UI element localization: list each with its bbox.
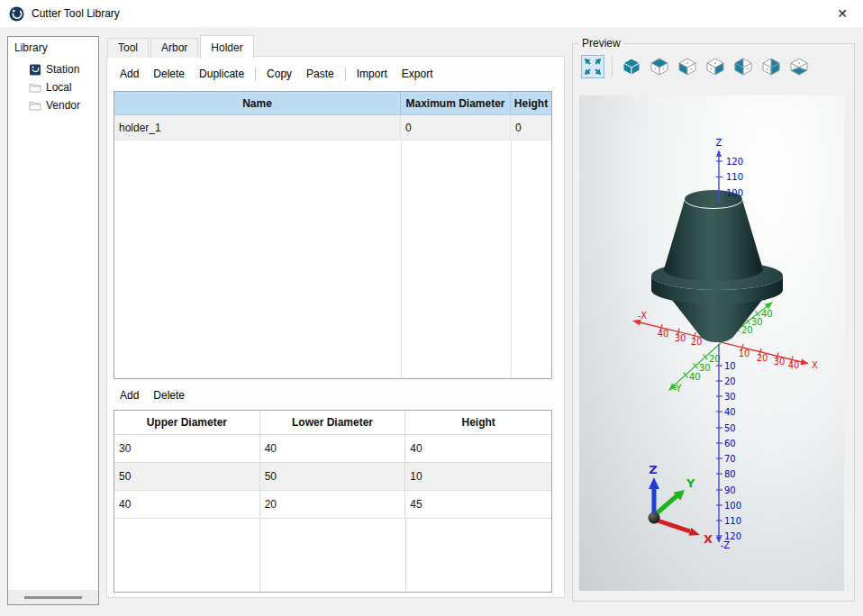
- column-header[interactable]: Height: [511, 92, 551, 114]
- column-header[interactable]: Maximum Diameter: [401, 92, 511, 114]
- library-item-local[interactable]: Local: [8, 78, 98, 96]
- station-logo-icon: [29, 64, 41, 76]
- table-cell[interactable]: 0: [511, 115, 551, 140]
- copy-button[interactable]: Copy: [259, 65, 299, 83]
- import-button[interactable]: Import: [350, 65, 395, 83]
- table-cell[interactable]: 40: [114, 491, 260, 518]
- axis-tick-label: 30: [699, 363, 711, 373]
- column-header[interactable]: Lower Diameter: [260, 411, 406, 434]
- preview-groupbox-label: Preview: [578, 37, 624, 50]
- table-row[interactable]: 304040: [114, 435, 551, 463]
- delete-button[interactable]: Delete: [146, 386, 192, 404]
- library-panel-title: Library: [8, 37, 98, 57]
- axis-tick-label: 110: [726, 172, 743, 182]
- column-header[interactable]: Name: [114, 92, 401, 114]
- holder-tab-pane: AddDeleteDuplicateCopyPasteImportExport …: [106, 56, 565, 598]
- table-cell[interactable]: 0: [401, 115, 511, 140]
- axis-tick-label: 70: [724, 454, 736, 464]
- column-separator: [259, 519, 260, 592]
- top-view-button[interactable]: [648, 55, 671, 78]
- column-separator: [401, 140, 402, 378]
- axis-tick-label: 120: [726, 157, 743, 167]
- table-cell[interactable]: 40: [405, 435, 551, 462]
- table-cell[interactable]: 45: [405, 491, 551, 518]
- column-header[interactable]: Height: [405, 411, 551, 434]
- column-separator: [511, 140, 512, 378]
- axis-tick-label: 40: [788, 360, 800, 370]
- axis-tick-label: 20: [691, 337, 703, 347]
- tab-tool[interactable]: Tool: [107, 38, 149, 58]
- delete-button[interactable]: Delete: [146, 65, 192, 83]
- preview-groupbox: Preview: [572, 43, 855, 602]
- axis-tick-label: 50: [724, 423, 736, 433]
- axis-tick-label: 40: [724, 407, 736, 417]
- table-row[interactable]: 505010: [114, 463, 551, 491]
- axis-tick-label: 80: [724, 469, 736, 479]
- tab-holder[interactable]: Holder: [200, 35, 253, 59]
- axis-tick-label: 100: [726, 188, 743, 198]
- orientation-triad: Z Y X: [649, 463, 713, 546]
- table-cell[interactable]: holder_1: [114, 115, 401, 140]
- axis-tick-label: 30: [724, 392, 736, 402]
- front-view-icon: [677, 56, 698, 77]
- table-cell[interactable]: 10: [405, 463, 551, 490]
- paste-button[interactable]: Paste: [299, 65, 341, 83]
- size-grip-area: [8, 590, 98, 604]
- axis-tick-label: 40: [761, 309, 773, 319]
- axis-tick-label: 30: [774, 357, 786, 367]
- fit-view-button[interactable]: [581, 55, 604, 78]
- top-view-icon: [649, 56, 670, 77]
- window-title: Cutter Tool Library: [32, 7, 120, 20]
- column-header[interactable]: Upper Diameter: [114, 411, 260, 434]
- axis-tick-label: 90: [724, 485, 736, 495]
- table-cell[interactable]: 20: [260, 491, 406, 518]
- library-item-station[interactable]: Station: [8, 60, 98, 78]
- isometric-view-icon: [621, 56, 642, 77]
- axis-tick-label: 10: [739, 349, 750, 358]
- table-empty-area: [114, 140, 551, 378]
- add-button[interactable]: Add: [113, 386, 146, 404]
- size-grip[interactable]: [24, 596, 82, 599]
- isometric-view-button[interactable]: [620, 55, 643, 78]
- holder-table: NameMaximum DiameterHeightholder_100: [114, 91, 552, 379]
- segment-toolbar: AddDelete: [113, 386, 192, 404]
- preview-3d-scene: 10203040203040-XX 203040203040Y-Y 100110…: [579, 95, 844, 591]
- axis-tick-label: 40: [689, 372, 701, 382]
- tab-bar: ToolArborHolder: [107, 38, 256, 61]
- cutter-tool-library-window: Cutter Tool Library ✕ Library StationLoc…: [0, 0, 863, 616]
- library-panel: Library StationLocalVendor: [7, 36, 99, 605]
- axis-tick-label: 20: [724, 376, 736, 386]
- holder-3d-model: [651, 190, 783, 342]
- front-view-button[interactable]: [676, 55, 699, 78]
- folder-icon: [29, 100, 41, 112]
- table-empty-area: [114, 519, 551, 592]
- table-cell[interactable]: 30: [114, 435, 260, 462]
- triad-x-label: X: [704, 532, 713, 546]
- table-cell[interactable]: 40: [260, 435, 406, 462]
- axis-tick-label: 120: [724, 531, 741, 541]
- axis-tick-label: -Z: [721, 540, 731, 550]
- add-button[interactable]: Add: [113, 65, 146, 83]
- library-item-vendor[interactable]: Vendor: [8, 96, 98, 114]
- back-view-button[interactable]: [759, 55, 783, 78]
- bottom-view-button[interactable]: [787, 55, 811, 78]
- column-separator: [405, 519, 406, 592]
- preview-viewport[interactable]: 10203040203040-XX 203040203040Y-Y 100110…: [579, 95, 844, 591]
- left-view-button[interactable]: [731, 55, 755, 78]
- export-button[interactable]: Export: [395, 65, 441, 83]
- table-cell[interactable]: 50: [114, 463, 260, 490]
- right-view-button[interactable]: [704, 55, 727, 78]
- table-row[interactable]: holder_100: [114, 115, 551, 140]
- table-row[interactable]: 402045: [114, 491, 551, 519]
- library-item-label: Station: [46, 63, 79, 76]
- tab-arbor[interactable]: Arbor: [150, 38, 198, 58]
- triad-y-label: Y: [686, 476, 695, 490]
- axis-tick-label: -Y: [674, 384, 682, 394]
- axis-tick-label: 100: [724, 501, 741, 511]
- library-item-label: Local: [46, 81, 72, 94]
- close-icon[interactable]: ✕: [832, 5, 852, 23]
- table-cell[interactable]: 50: [260, 463, 406, 490]
- duplicate-button[interactable]: Duplicate: [192, 65, 251, 83]
- toolbar-separator: [345, 68, 346, 81]
- library-item-label: Vendor: [46, 99, 80, 112]
